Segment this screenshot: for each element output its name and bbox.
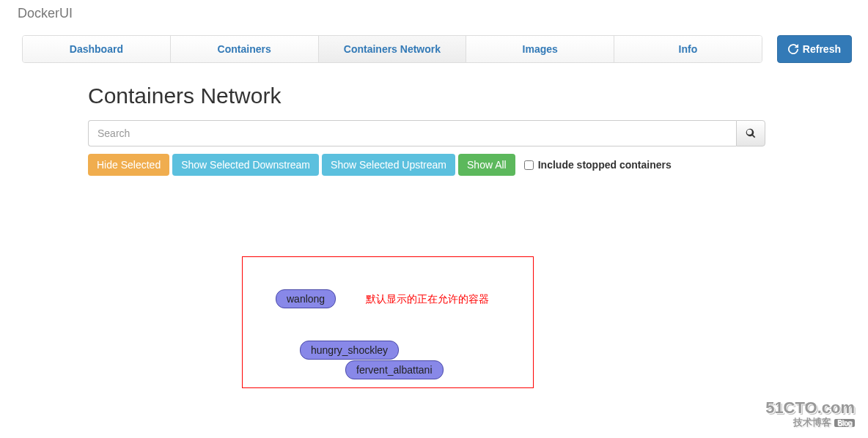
watermark-badge: Blog (834, 419, 855, 427)
container-node[interactable]: hungry_shockley (300, 341, 399, 360)
watermark: 51CTO.com 技术博客Blog (765, 400, 855, 429)
graph-annotation: 默认显示的正在允许的容器 (366, 293, 489, 306)
show-all-button[interactable]: Show All (458, 154, 515, 176)
container-node[interactable]: wanlong (276, 289, 336, 308)
show-downstream-button[interactable]: Show Selected Downstream (172, 154, 319, 176)
action-bar: Hide Selected Show Selected Downstream S… (88, 154, 765, 176)
brand-title: DockerUI (18, 6, 73, 21)
refresh-icon (788, 44, 798, 54)
watermark-line1: 51CTO.com (765, 400, 855, 416)
search-input[interactable] (88, 120, 736, 146)
include-stopped-checkbox[interactable] (524, 160, 534, 170)
search-group (88, 120, 765, 146)
main-content: Containers Network Hide Selected Show Se… (88, 73, 765, 176)
refresh-label: Refresh (803, 43, 841, 55)
search-icon (746, 128, 756, 138)
refresh-button[interactable]: Refresh (777, 35, 852, 63)
tab-containers-network[interactable]: Containers Network (319, 36, 467, 62)
include-stopped-label[interactable]: Include stopped containers (524, 159, 672, 171)
nav-tabs: Dashboard Containers Containers Network … (22, 35, 762, 63)
tab-info[interactable]: Info (614, 36, 762, 62)
network-graph[interactable]: wanlong hungry_shockley fervent_albattan… (242, 256, 534, 388)
watermark-line2: 技术博客Blog (765, 416, 855, 429)
include-stopped-text: Include stopped containers (538, 159, 672, 171)
tab-dashboard[interactable]: Dashboard (23, 36, 171, 62)
tab-images[interactable]: Images (466, 36, 614, 62)
container-node[interactable]: fervent_albattani (345, 360, 444, 379)
top-bar: Dashboard Containers Containers Network … (22, 35, 852, 63)
show-upstream-button[interactable]: Show Selected Upstream (322, 154, 455, 176)
search-button[interactable] (736, 120, 765, 146)
tab-containers[interactable]: Containers (171, 36, 319, 62)
page-title: Containers Network (88, 83, 765, 108)
hide-selected-button[interactable]: Hide Selected (88, 154, 169, 176)
